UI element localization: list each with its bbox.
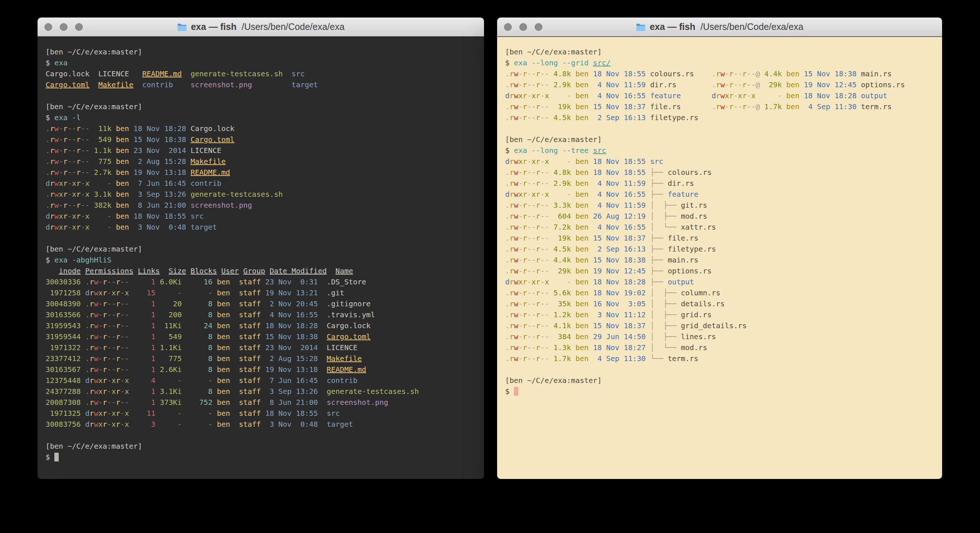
permission-char: -: [111, 354, 116, 363]
minimize-button[interactable]: [60, 23, 67, 31]
text-segment: 19 Nov 13:18: [261, 365, 318, 374]
text-segment: 15 Nov 18:38: [261, 332, 318, 341]
text-segment: 775: [89, 157, 111, 166]
permission-char: -: [81, 124, 85, 133]
permission-char: -: [125, 299, 129, 308]
text-segment: 8: [181, 343, 212, 352]
text-segment: 30083756: [46, 420, 81, 429]
permission-char: -: [738, 102, 742, 111]
text-segment: 1.7k: [549, 354, 571, 363]
permission-char: -: [531, 299, 536, 308]
text-segment: 4 Nov 16:55: [589, 190, 646, 199]
text-segment: [134, 80, 142, 89]
text-segment: [ben ~/C/e/exa:master]: [505, 376, 602, 385]
text-segment: 549: [89, 135, 111, 144]
terminal-line: [ben ~/C/e/exa:master]: [46, 46, 484, 57]
permission-char: r: [536, 289, 540, 297]
permission-char: -: [111, 343, 116, 352]
permission-char: r: [523, 244, 527, 253]
permission-char: w: [720, 80, 725, 89]
permission-char: r: [116, 343, 120, 352]
permission-char: r: [509, 278, 514, 286]
permission-char: -: [746, 91, 751, 100]
permission-char: d: [505, 190, 509, 199]
text-segment: feature: [650, 91, 681, 100]
permission-char: r: [523, 255, 527, 264]
permission-char: x: [59, 212, 63, 220]
close-button[interactable]: [45, 23, 52, 31]
terminal-output[interactable]: [ben ~/C/e/exa:master]$ exaCargo.lock LI…: [38, 37, 484, 479]
permission-char: r: [63, 124, 67, 133]
text-segment: term.rs: [668, 354, 698, 363]
permission-char: -: [67, 212, 72, 220]
text-segment: Cargo.toml: [190, 135, 234, 144]
permission-char: -: [733, 80, 738, 89]
permission-char: r: [103, 365, 107, 374]
text-segment: [160, 266, 169, 275]
permission-char: x: [72, 212, 76, 220]
text-segment: ben: [111, 157, 129, 166]
text-segment: 4 Sep 11:30: [799, 102, 857, 111]
permission-char: -: [107, 332, 111, 341]
terminal-line: .rw-r--r-- 384 ben 29 Jun 14:50 │ ├── li…: [505, 331, 942, 342]
permission-char: -: [544, 244, 549, 253]
text-segment: 24: [181, 321, 212, 330]
permission-char: r: [76, 135, 81, 144]
terminal-output[interactable]: [ben ~/C/e/exa:master]$ exa --long --gri…: [497, 37, 942, 479]
permission-char: r: [509, 201, 514, 209]
permission-char: r: [50, 146, 54, 155]
zoom-button[interactable]: [75, 23, 83, 31]
permission-char: -: [540, 201, 544, 209]
permission-char: r: [536, 179, 540, 188]
permission-char: -: [540, 113, 544, 122]
permission-char: -: [531, 168, 536, 177]
text-segment: feature: [668, 190, 698, 199]
permission-char: -: [125, 354, 129, 363]
permission-char: -: [738, 80, 742, 89]
text-segment: [318, 332, 327, 341]
text-segment: ben: [571, 255, 589, 264]
permission-char: -: [125, 365, 129, 374]
permission-char: .: [85, 299, 89, 308]
permission-char: -: [540, 299, 544, 308]
permission-char: -: [120, 299, 125, 308]
terminal-line: 20087308 .rw-r--r-- 1 373Ki 752 ben staf…: [46, 397, 484, 408]
text-segment: 16: [181, 278, 212, 286]
permission-char: r: [89, 354, 94, 363]
permission-char: -: [531, 266, 536, 275]
permission-char: -: [540, 179, 544, 188]
terminal-line: 23377412 .rw-r--r-- 1 775 8 ben staff 2 …: [46, 353, 484, 364]
permission-char: r: [103, 343, 107, 352]
text-segment: 4.8k: [549, 168, 571, 177]
permission-char: r: [50, 157, 54, 166]
permission-char: r: [116, 354, 120, 363]
terminal-line: .rw-r--r-- 4.1k ben 15 Nov 18:37 │ ├── g…: [505, 320, 942, 331]
text-segment: 26 Aug 12:19: [589, 212, 646, 220]
text-segment: [646, 354, 650, 363]
permission-char: -: [81, 190, 85, 199]
terminal-line: 24377288 .rwxr-xr-x 1 3.1Ki 8 ben staff …: [46, 386, 484, 397]
terminal-line: [ben ~/C/e/exa:master]: [46, 101, 484, 112]
permission-char: -: [120, 365, 125, 374]
text-segment: $: [46, 58, 54, 67]
permission-char: r: [63, 157, 67, 166]
text-segment: User: [221, 266, 239, 275]
permission-char: -: [544, 212, 549, 220]
permission-char: -: [99, 365, 103, 374]
text-segment: 1.7k: [760, 102, 782, 111]
permission-char: -: [746, 80, 751, 89]
zoom-button[interactable]: [535, 23, 542, 31]
permission-char: .: [85, 398, 89, 407]
text-segment: LICENCE: [186, 146, 221, 155]
titlebar[interactable]: exa — fish /Users/ben/Code/exa/exa: [38, 18, 484, 37]
minimize-button[interactable]: [519, 23, 527, 31]
titlebar[interactable]: exa — fish /Users/ben/Code/exa/exa: [497, 18, 942, 37]
close-button[interactable]: [504, 23, 512, 31]
permission-char: r: [523, 157, 527, 166]
text-segment: ben staff: [213, 299, 261, 308]
permission-char: w: [514, 310, 518, 319]
permission-char: -: [531, 223, 536, 231]
permission-char: -: [99, 310, 103, 319]
permission-char: -: [120, 332, 125, 341]
text-segment: 604: [549, 212, 571, 220]
